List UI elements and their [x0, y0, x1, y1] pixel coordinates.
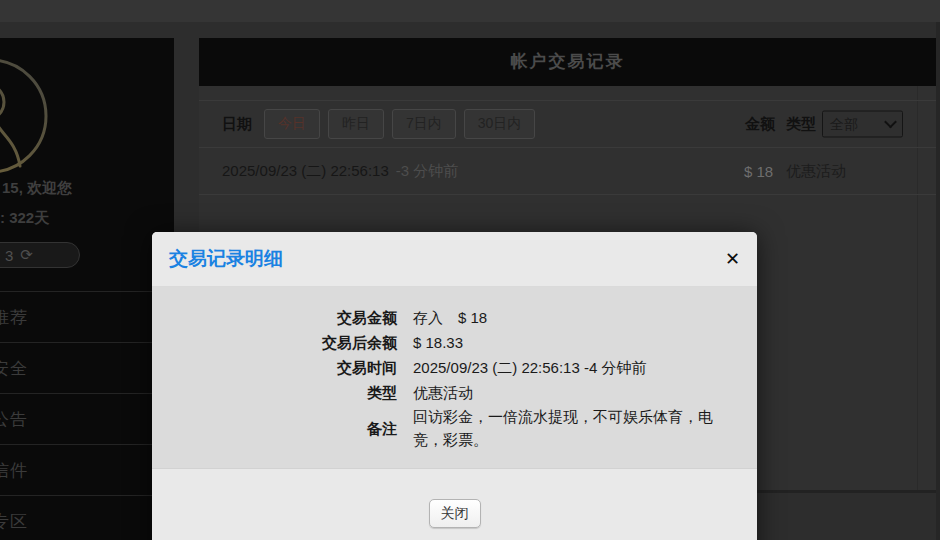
modal-body: 交易金额 存入 $ 18 交易后余额 $ 18.33 交易时间 2025/09/… [152, 287, 757, 451]
filter-bar: 日期 今日 昨日 7日内 30日内 金额 类型 全部 [199, 100, 936, 148]
tx-relative-time: -3 分钟前 [396, 162, 459, 181]
field-value: 回访彩金，一倍流水提现，不可娱乐体育，电竞，彩票。 [413, 405, 735, 451]
field-label: 交易后余额 [172, 330, 397, 355]
sidebar-item-label: 推荐 [0, 306, 28, 329]
date-filter-label: 日期 [222, 115, 252, 134]
field-value: 存入 $ 18 [413, 305, 487, 330]
page-title: 帐户交易记录 [199, 38, 936, 86]
sidebar-item-label: 专区 [0, 510, 28, 533]
tx-datetime: 2025/09/23 (二) 22:56:13 [222, 162, 389, 181]
transaction-detail-modal: 交易记录明细 ✕ 交易金额 存入 $ 18 交易后余额 $ 18.33 交易时间… [152, 232, 757, 540]
type-select-value: 全部 [830, 115, 858, 133]
field-value: 优惠活动 [413, 380, 473, 405]
sidebar-menu: 推荐 安全 公告 信件 专区 [0, 291, 174, 540]
field-value: $ 18.33 [413, 330, 463, 355]
sidebar-item-referral[interactable]: 推荐 [0, 291, 174, 342]
top-bar [0, 0, 940, 22]
filter-button-today[interactable]: 今日 [264, 109, 320, 139]
field-row-balance-after: 交易后余额 $ 18.33 [172, 330, 737, 355]
filter-button-7days[interactable]: 7日内 [392, 109, 456, 139]
refresh-icon[interactable]: ⟳ [20, 246, 33, 264]
chevron-down-icon [884, 116, 897, 129]
field-row-amount: 交易金额 存入 $ 18 [172, 305, 737, 330]
field-label: 备注 [172, 416, 397, 441]
tx-amount: $ 18 [744, 163, 773, 180]
sidebar-item-security[interactable]: 安全 [0, 342, 174, 393]
scrollbar-track[interactable] [936, 22, 940, 540]
filter-button-30days[interactable]: 30日内 [464, 109, 536, 139]
modal-title: 交易记录明细 [169, 246, 283, 272]
transaction-row[interactable]: 2025/09/23 (二) 22:56:13 -3 分钟前 $ 18 优惠活动 [199, 148, 936, 195]
field-row-time: 交易时间 2025/09/23 (二) 22:56:13 -4 分钟前 [172, 355, 737, 380]
avatar [0, 56, 50, 176]
filter-button-yesterday[interactable]: 昨日 [328, 109, 384, 139]
tx-type: 优惠活动 [786, 162, 846, 181]
field-value: 2025/09/23 (二) 22:56:13 -4 分钟前 [413, 355, 646, 380]
field-label: 交易金额 [172, 305, 397, 330]
field-label: 交易时间 [172, 355, 397, 380]
type-column-label: 类型 [786, 115, 816, 134]
balance-refresh-pill[interactable]: 3 ⟳ [0, 242, 80, 268]
modal-footer: 关闭 [152, 468, 757, 540]
sidebar: 15, 欢迎您 : 322天 3 ⟳ 推荐 安全 公告 信件 专区 [0, 38, 174, 540]
sidebar-item-label: 公告 [0, 408, 28, 431]
sidebar-item-mail[interactable]: 信件 [0, 444, 174, 495]
field-label: 类型 [172, 380, 397, 405]
sidebar-item-label: 信件 [0, 459, 28, 482]
person-icon [0, 60, 46, 172]
welcome-text: 15, 欢迎您 [2, 179, 72, 198]
sidebar-item-label: 安全 [0, 357, 28, 380]
field-row-type: 类型 优惠活动 [172, 380, 737, 405]
amount-column-label: 金额 [745, 115, 775, 134]
sidebar-item-zone[interactable]: 专区 [0, 495, 174, 540]
type-select[interactable]: 全部 [822, 111, 903, 138]
modal-header: 交易记录明细 ✕ [152, 232, 757, 287]
close-icon[interactable]: ✕ [725, 250, 740, 268]
balance-value: 3 [5, 247, 13, 264]
membership-days: : 322天 [0, 209, 49, 228]
field-row-remark: 备注 回访彩金，一倍流水提现，不可娱乐体育，电竞，彩票。 [172, 405, 737, 451]
sidebar-item-announcement[interactable]: 公告 [0, 393, 174, 444]
close-button[interactable]: 关闭 [429, 499, 481, 528]
